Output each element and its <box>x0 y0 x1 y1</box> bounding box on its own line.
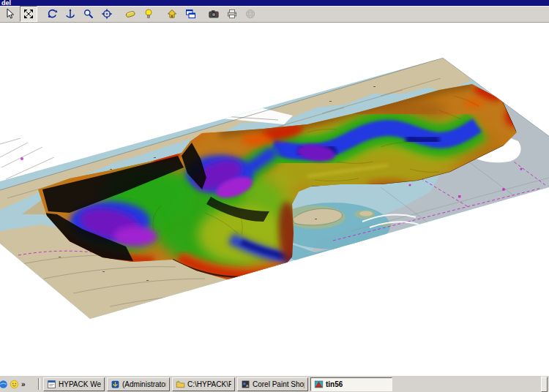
corel-icon <box>241 380 250 389</box>
toolbar-button-rotate-view-x[interactable] <box>43 6 61 22</box>
lighting-icon <box>143 8 154 20</box>
fly-mode-icon <box>124 8 136 20</box>
taskbar-button-hypack-shell[interactable]: (Administrator) Hypack -... <box>107 377 170 391</box>
taskbar-separator <box>38 378 40 390</box>
world-globe-icon <box>244 8 256 20</box>
main-toolbar <box>0 6 549 23</box>
toolbar-button-cascade-windows[interactable] <box>182 6 199 22</box>
quick-launch: » <box>1 380 35 389</box>
cascade-windows-icon <box>184 8 196 20</box>
taskbar-button-label: tin56 <box>326 380 343 388</box>
toolbar-button-zoom-extents[interactable] <box>20 6 37 22</box>
toolbar-button-rotate-view-z[interactable] <box>61 6 79 22</box>
toolbar-button-world-globe[interactable] <box>242 6 259 22</box>
rotate-view-z-icon <box>64 8 76 20</box>
taskbar-button-hypack-web-document[interactable]: HYPACK Web Document... <box>43 377 105 391</box>
quick-launch-overflow-chevron[interactable]: » <box>20 380 26 388</box>
taskbar-button-label: Corel Paint Shop Pro Phot... <box>253 380 305 388</box>
print-icon <box>226 8 238 20</box>
select-cursor-icon <box>4 8 16 20</box>
zoom-tool-icon <box>83 8 94 20</box>
home-view-icon <box>166 8 178 20</box>
taskbar-button-label: C:\HYPACK\Projects\Del... <box>187 380 231 388</box>
toolbar-button-lighting[interactable] <box>140 6 157 22</box>
toolbar-button-home-view[interactable] <box>163 6 181 22</box>
window-title: del <box>1 0 11 6</box>
taskbar-button-corel-paint-shop[interactable]: Corel Paint Shop Pro Phot... <box>237 377 308 391</box>
window-titlebar[interactable]: del <box>0 0 549 6</box>
web-document-icon <box>47 380 56 389</box>
toolbar-button-select-cursor[interactable] <box>1 6 19 22</box>
tin-3d-viewport[interactable] <box>0 23 549 375</box>
rotate-view-x-icon <box>46 8 58 20</box>
snapshot-camera-icon <box>208 8 220 20</box>
zoom-extents-icon <box>23 8 34 20</box>
toolbar-button-zoom-tool[interactable] <box>80 6 97 22</box>
folder-icon <box>176 380 185 389</box>
toolbar-button-print[interactable] <box>223 6 241 22</box>
toolbar-button-center-target[interactable] <box>98 6 116 22</box>
internet-explorer-icon[interactable] <box>0 380 8 389</box>
taskbar-button-label: (Administrator) Hypack -... <box>122 380 166 388</box>
taskbar-button-tin56[interactable]: tin56 <box>310 377 392 391</box>
tin-scene <box>0 23 549 375</box>
taskbar-button-label: HYPACK Web Document... <box>59 380 101 388</box>
center-target-icon <box>101 8 113 20</box>
toolbar-button-fly-mode[interactable] <box>122 6 139 22</box>
hypack-icon <box>111 380 120 389</box>
taskbar-button-projects-folder[interactable]: C:\HYPACK\Projects\Del... <box>172 377 235 391</box>
tin-model-icon <box>314 380 324 389</box>
messenger-icon[interactable] <box>10 380 19 389</box>
taskbar: » HYPACK Web Document... (Administrator)… <box>0 375 549 392</box>
system-tray-edge[interactable] <box>541 377 548 392</box>
toolbar-button-snapshot-camera[interactable] <box>205 6 223 22</box>
